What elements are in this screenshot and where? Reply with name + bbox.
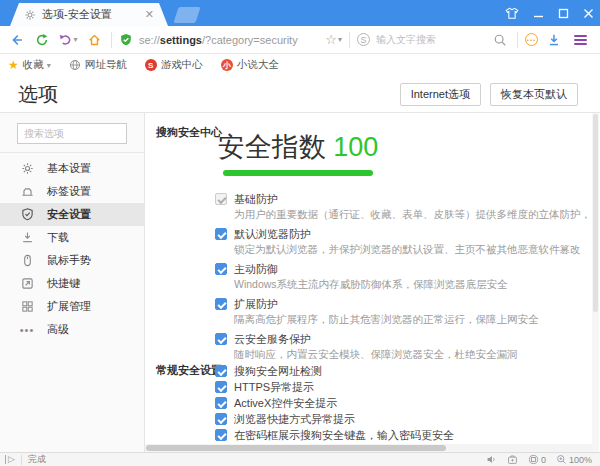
general-setting-label: 浏览器快捷方式异常提示: [234, 412, 355, 427]
horizontal-scrollbar-thumb[interactable]: [146, 445, 446, 451]
mouse-icon: [20, 254, 34, 268]
minimize-icon[interactable]: [533, 8, 544, 19]
sidebar-item-tab-settings[interactable]: 标签设置: [0, 180, 145, 203]
zoom-level: 100%: [569, 455, 592, 465]
sogou-search-logo-icon: S: [357, 33, 370, 46]
bookmark-star-icon[interactable]: ☆: [325, 32, 337, 47]
status-bar: ▷ 完成 0 100%: [0, 452, 600, 466]
general-setting-label: HTTPS异常提示: [234, 380, 314, 395]
bookmark-game-center[interactable]: S游戏中心: [145, 58, 203, 72]
download-manager-icon[interactable]: [544, 32, 564, 48]
restore-defaults-button[interactable]: 恢复本页默认: [490, 83, 578, 106]
general-security-section: 常规安全设置 搜狗安全网址检测 HTTPS异常提示 ActiveX控件安全提示 …: [156, 363, 454, 452]
game-center-icon: S: [145, 59, 157, 71]
address-bar[interactable]: se://settings/?category=security: [119, 33, 325, 47]
page-header: 选项 Internet选项 恢复本页默认: [0, 76, 600, 113]
protection-checkbox[interactable]: [215, 333, 227, 345]
bookmark-novels[interactable]: 小小说大全: [221, 58, 279, 72]
maximize-icon[interactable]: [558, 8, 569, 19]
bookmark-dropdown-caret[interactable]: ▾: [338, 35, 342, 44]
settings-content: 搜狗安全中心 安全指数 100 基础防护 为用户的重要数据（通行证、收藏、表单、…: [146, 113, 592, 452]
home-icon[interactable]: [84, 32, 104, 48]
general-checkbox[interactable]: [215, 397, 227, 409]
site-security-shield-icon: [119, 33, 133, 47]
blocked-count: 0: [541, 455, 546, 465]
search-icon[interactable]: [490, 32, 510, 48]
general-setting-row: 在密码框展示搜狗安全键盘，输入密码更安全: [215, 427, 454, 443]
protection-checkbox[interactable]: [215, 263, 227, 275]
globe-icon: [69, 59, 81, 71]
protection-description: 隔离高危扩展程序，防止其危害浏览器的正常运行，保障上网安全: [234, 312, 587, 327]
speaker-icon[interactable]: [486, 454, 497, 465]
protection-description: 为用户的重要数据（通行证、收藏、表单、皮肤等）提供多维度的立体防护，保障浏览器数…: [234, 207, 587, 222]
account-passport-icon[interactable]: •••: [525, 33, 538, 46]
protection-checkbox[interactable]: [215, 193, 227, 205]
sidebar-item-basic-settings[interactable]: 基本设置: [0, 157, 145, 180]
skin-theme-icon[interactable]: [505, 7, 519, 20]
new-tab-button[interactable]: [173, 7, 200, 23]
tab-icon: [20, 185, 34, 199]
refresh-icon[interactable]: [32, 32, 52, 48]
sidebar-item-extensions[interactable]: 扩展管理: [0, 295, 145, 318]
general-setting-label: ActiveX控件安全提示: [234, 396, 337, 411]
security-index: 安全指数 100: [198, 129, 398, 165]
general-setting-row: 浏览器快捷方式异常提示: [215, 411, 454, 427]
general-section-label: 常规安全设置: [156, 363, 215, 452]
status-text: 完成: [28, 453, 46, 466]
sidebar-search-input[interactable]: [17, 123, 127, 144]
menu-icon[interactable]: [570, 32, 590, 48]
general-setting-label: 搜狗安全网址检测: [234, 364, 322, 379]
shield-check-icon: [20, 208, 34, 222]
general-checkbox[interactable]: [215, 429, 227, 441]
general-setting-row: HTTPS异常提示: [215, 379, 454, 395]
protection-checkbox[interactable]: [215, 298, 227, 310]
tab-close-icon[interactable]: ✕: [145, 8, 154, 21]
shortcut-key-icon: [20, 277, 34, 291]
url-text: se://settings/?category=security: [139, 34, 298, 46]
browser-tab[interactable]: 选项-安全设置 ✕: [10, 3, 168, 26]
protection-description: 锁定为默认浏览器，并保护浏览器的默认设置、主页不被其他恶意软件篡改: [234, 242, 587, 257]
protection-item: 默认浏览器防护 锁定为默认浏览器，并保护浏览器的默认设置、主页不被其他恶意软件篡…: [215, 226, 587, 257]
sidebar-item-downloads[interactable]: 下载: [0, 226, 145, 249]
close-icon[interactable]: [583, 8, 594, 19]
protection-label: 云安全服务保护: [234, 332, 311, 347]
undo-history-icon[interactable]: ▾: [58, 32, 78, 48]
sidebar-item-shortcuts[interactable]: 快捷键: [0, 272, 145, 295]
gear-icon: [24, 9, 36, 21]
internet-options-button[interactable]: Internet选项: [400, 83, 481, 106]
general-setting-label: 在密码框展示搜狗安全键盘，输入密码更安全: [234, 428, 454, 443]
general-checkbox[interactable]: [215, 413, 227, 425]
toolbox-icon[interactable]: [507, 454, 518, 465]
sidebar-item-mouse-gestures[interactable]: 鼠标手势: [0, 249, 145, 272]
bookmark-nav[interactable]: 网址导航: [69, 58, 127, 72]
back-icon[interactable]: [6, 32, 26, 48]
sidebar-toggle-icon[interactable]: ▷: [5, 455, 15, 464]
general-checkbox[interactable]: [215, 365, 227, 377]
protection-checkbox[interactable]: [215, 228, 227, 240]
window-titlebar: 选项-安全设置 ✕: [0, 0, 600, 26]
ad-block-counter[interactable]: 0: [528, 454, 546, 465]
protection-item: 主动防御 Windows系统主流内存威胁防御体系，保障浏览器底层安全: [215, 261, 587, 292]
zoom-control[interactable]: 100%: [556, 454, 592, 465]
page-title: 选项: [18, 81, 400, 108]
search-input[interactable]: 输入文字搜索: [376, 33, 484, 47]
undo-dropdown-caret[interactable]: ▾: [73, 35, 77, 44]
vertical-scrollbar-thumb[interactable]: [593, 114, 598, 312]
bookmark-favorites[interactable]: ★收藏▾: [8, 58, 51, 72]
navigation-toolbar: ▾ se://settings/?category=security ☆ ▾ S…: [0, 26, 600, 54]
sidebar-item-security-settings[interactable]: 安全设置: [0, 203, 145, 226]
security-index-bar: [223, 170, 373, 176]
protection-item: 云安全服务保护 随时响应，内置云安全模块、保障浏览器安全，杜绝安全漏洞: [215, 331, 587, 362]
star-icon: ★: [8, 58, 19, 72]
ellipsis-icon: •••: [20, 323, 34, 337]
download-icon: [20, 231, 34, 245]
protection-list: 基础防护 为用户的重要数据（通行证、收藏、表单、皮肤等）提供多维度的立体防护，保…: [215, 191, 587, 366]
general-setting-row: ActiveX控件安全提示: [215, 395, 454, 411]
protection-label: 扩展防护: [234, 297, 278, 312]
favorites-caret[interactable]: ▾: [47, 61, 51, 70]
protection-label: 默认浏览器防护: [234, 227, 311, 242]
general-settings-list: 搜狗安全网址检测 HTTPS异常提示 ActiveX控件安全提示 浏览器快捷方式…: [215, 363, 454, 452]
general-checkbox[interactable]: [215, 381, 227, 393]
grid-icon: [20, 300, 34, 314]
sidebar-item-advanced[interactable]: ••• 高级: [0, 318, 145, 341]
